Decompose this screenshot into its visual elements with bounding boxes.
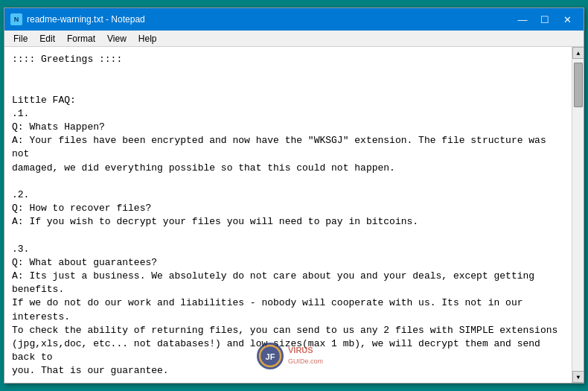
- window-title: readme-warning.txt - Notepad: [27, 14, 512, 25]
- menu-help[interactable]: Help: [132, 32, 163, 45]
- scroll-down-button[interactable]: ▼: [572, 371, 584, 383]
- close-button[interactable]: ✕: [557, 12, 578, 27]
- minimize-button[interactable]: —: [512, 12, 533, 27]
- scroll-thumb[interactable]: [574, 63, 583, 107]
- scroll-up-button[interactable]: ▲: [572, 47, 584, 59]
- title-bar: N readme-warning.txt - Notepad — ☐ ✕: [4, 8, 584, 31]
- menu-view[interactable]: View: [101, 32, 132, 45]
- content-area: :::: Greetings :::: Little FAQ: .1. Q: W…: [4, 47, 584, 383]
- menu-edit[interactable]: Edit: [33, 32, 61, 45]
- notepad-window: N readme-warning.txt - Notepad — ☐ ✕ Fil…: [4, 7, 584, 384]
- menu-format[interactable]: Format: [61, 32, 101, 45]
- app-icon: N: [10, 13, 22, 25]
- text-content[interactable]: :::: Greetings :::: Little FAQ: .1. Q: W…: [4, 47, 572, 383]
- menu-bar: File Edit Format View Help: [4, 31, 584, 47]
- window-controls: — ☐ ✕: [512, 12, 578, 27]
- menu-file[interactable]: File: [7, 32, 33, 45]
- vertical-scrollbar[interactable]: ▲ ▼: [572, 47, 584, 383]
- maximize-button[interactable]: ☐: [534, 12, 555, 27]
- scroll-track[interactable]: [572, 59, 584, 371]
